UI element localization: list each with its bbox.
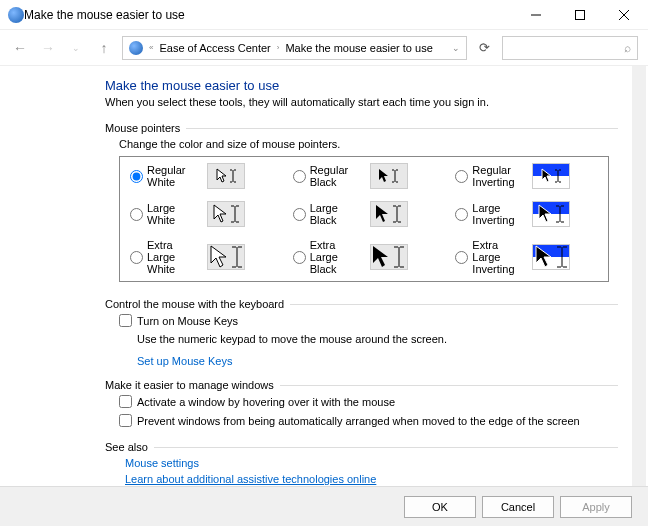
pointer-option-large-white[interactable]: Large White — [120, 195, 283, 233]
prevent-arrange-checkbox[interactable]: Prevent windows from being automatically… — [105, 414, 618, 427]
cursor-preview — [370, 244, 408, 270]
apply-button[interactable]: Apply — [560, 496, 632, 518]
pointer-option-xl-white[interactable]: Extra Large White — [120, 233, 283, 281]
mouse-keys-checkbox[interactable]: Turn on Mouse Keys — [105, 314, 618, 327]
cursor-preview — [207, 163, 245, 189]
chevron-icon: « — [149, 43, 153, 52]
ok-button[interactable]: OK — [404, 496, 476, 518]
cursor-preview — [370, 201, 408, 227]
page-subtitle: When you select these tools, they will a… — [105, 96, 618, 108]
section-header: See also — [105, 441, 618, 453]
svg-rect-1 — [576, 10, 585, 19]
search-icon: ⌕ — [624, 41, 631, 55]
window-controls — [514, 0, 646, 30]
back-button[interactable]: ← — [10, 38, 30, 58]
minimize-button[interactable] — [514, 0, 558, 30]
page-title: Make the mouse easier to use — [105, 78, 618, 93]
cursor-preview — [370, 163, 408, 189]
pointer-option-xl-black[interactable]: Extra Large Black — [283, 233, 446, 281]
maximize-button[interactable] — [558, 0, 602, 30]
recent-button[interactable]: ⌄ — [66, 38, 86, 58]
pointer-option-regular-white[interactable]: Regular White — [120, 157, 283, 195]
location-icon — [129, 41, 143, 55]
breadcrumb-item[interactable]: Make the mouse easier to use — [285, 42, 432, 54]
refresh-button[interactable]: ⟳ — [475, 40, 494, 55]
pointer-option-large-inverting[interactable]: Large Inverting — [445, 195, 608, 233]
pointer-option-xl-inverting[interactable]: Extra Large Inverting — [445, 233, 608, 281]
cursor-preview — [207, 201, 245, 227]
titlebar: Make the mouse easier to use — [0, 0, 648, 30]
chevron-icon: › — [277, 43, 280, 52]
mouse-keys-desc: Use the numeric keypad to move the mouse… — [105, 333, 618, 345]
cursor-preview — [207, 244, 245, 270]
pointer-option-regular-black[interactable]: Regular Black — [283, 157, 446, 195]
activate-hover-checkbox[interactable]: Activate a window by hovering over it wi… — [105, 395, 618, 408]
close-button[interactable] — [602, 0, 646, 30]
search-input[interactable]: ⌕ — [502, 36, 638, 60]
setup-mouse-keys-link[interactable]: Set up Mouse Keys — [105, 355, 618, 367]
window-title: Make the mouse easier to use — [24, 8, 514, 22]
chevron-down-icon[interactable]: ⌄ — [452, 43, 460, 53]
section-header: Make it easier to manage windows — [105, 379, 618, 391]
section-header: Mouse pointers — [105, 122, 618, 134]
section-desc: Change the color and size of mouse point… — [105, 138, 618, 150]
cursor-preview — [532, 201, 570, 227]
up-button[interactable]: ↑ — [94, 38, 114, 58]
breadcrumb-item[interactable]: Ease of Access Center — [159, 42, 270, 54]
content: Make the mouse easier to use When you se… — [0, 66, 648, 486]
cursor-preview — [532, 163, 570, 189]
navbar: ← → ⌄ ↑ « Ease of Access Center › Make t… — [0, 30, 648, 66]
pointer-option-large-black[interactable]: Large Black — [283, 195, 446, 233]
footer: OK Cancel Apply — [0, 486, 648, 526]
section-header: Control the mouse with the keyboard — [105, 298, 618, 310]
forward-button[interactable]: → — [38, 38, 58, 58]
mouse-settings-link[interactable]: Mouse settings — [105, 457, 618, 469]
assistive-tech-link[interactable]: Learn about additional assistive technol… — [105, 473, 618, 485]
pointer-option-regular-inverting[interactable]: Regular Inverting — [445, 157, 608, 195]
pointer-grid: Regular White Regular Black Regular Inve… — [119, 156, 609, 282]
app-icon — [8, 7, 24, 23]
breadcrumb[interactable]: « Ease of Access Center › Make the mouse… — [122, 36, 467, 60]
cursor-preview — [532, 244, 570, 270]
scrollbar[interactable] — [632, 66, 646, 486]
cancel-button[interactable]: Cancel — [482, 496, 554, 518]
